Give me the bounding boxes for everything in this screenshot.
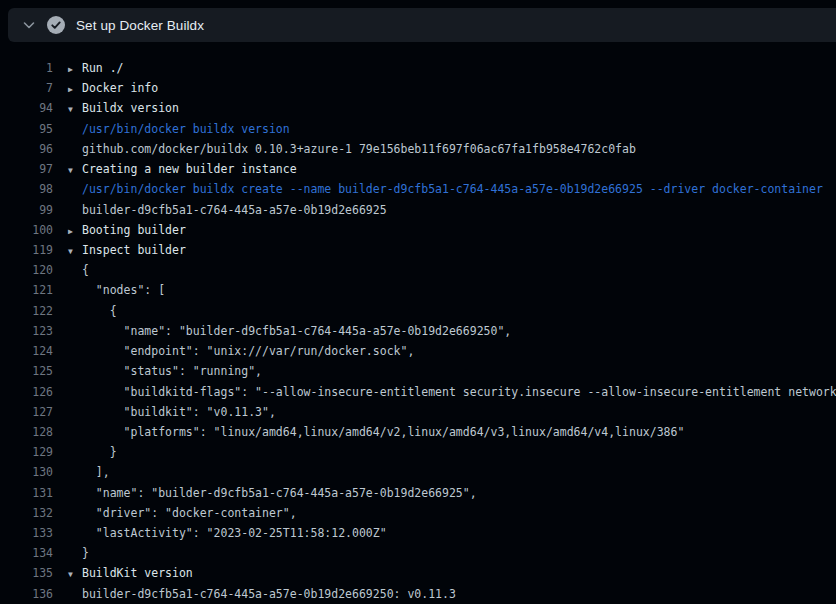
log-line: 127 "buildkit": "v0.11.3",	[0, 402, 836, 422]
log-text: builder-d9cfb5a1-c764-445a-a57e-0b19d2e6…	[82, 584, 456, 604]
log-text: "platforms": "linux/amd64,linux/amd64/v2…	[82, 422, 684, 442]
step-title: Set up Docker Buildx	[76, 18, 204, 33]
group-toggle-icon[interactable]: ▼	[53, 565, 82, 585]
log-line-group[interactable]: 7 ▶ Docker info	[0, 78, 836, 98]
line-number[interactable]: 133	[0, 523, 53, 543]
log-text: {	[82, 301, 117, 321]
line-number[interactable]: 130	[0, 462, 53, 482]
line-number[interactable]: 123	[0, 321, 53, 341]
line-number[interactable]: 127	[0, 402, 53, 422]
log-line: 122 {	[0, 301, 836, 321]
log-text: "buildkitd-flags": "--allow-insecure-ent…	[82, 382, 836, 402]
log-text: Creating a new builder instance	[82, 159, 297, 179]
log-text: "endpoint": "unix:///var/run/docker.sock…	[82, 341, 414, 361]
line-number[interactable]: 122	[0, 301, 53, 321]
line-number[interactable]: 97	[0, 159, 53, 179]
step-header[interactable]: Set up Docker Buildx	[8, 8, 836, 42]
line-number[interactable]: 121	[0, 280, 53, 300]
log-line: 129 }	[0, 442, 836, 462]
log-text: "lastActivity": "2023-02-25T11:58:12.000…	[82, 523, 387, 543]
log-text: "nodes": [	[82, 280, 165, 300]
log-line: 95 /usr/bin/docker buildx version	[0, 119, 836, 139]
log-text: github.com/docker/buildx 0.10.3+azure-1 …	[82, 139, 636, 159]
line-number[interactable]: 100	[0, 220, 53, 240]
log-text: {	[82, 260, 89, 280]
log-line: 131 "name": "builder-d9cfb5a1-c764-445a-…	[0, 483, 836, 503]
log-area: 1 ▶ Run ./ 7 ▶ Docker info 94 ▼ Buildx v…	[0, 42, 836, 604]
group-toggle-icon[interactable]: ▶	[53, 80, 82, 100]
log-text: ],	[82, 462, 110, 482]
log-line: 132 "driver": "docker-container",	[0, 503, 836, 523]
log-line-group[interactable]: 1 ▶ Run ./	[0, 58, 836, 78]
line-number[interactable]: 96	[0, 139, 53, 159]
log-text: "name": "builder-d9cfb5a1-c764-445a-a57e…	[82, 483, 477, 503]
log-text: "status": "running",	[82, 361, 262, 381]
log-line-group[interactable]: 135 ▼ BuildKit version	[0, 563, 836, 583]
log-line: 124 "endpoint": "unix:///var/run/docker.…	[0, 341, 836, 361]
log-line: 128 "platforms": "linux/amd64,linux/amd6…	[0, 422, 836, 442]
line-number[interactable]: 98	[0, 179, 53, 199]
group-toggle-icon[interactable]: ▶	[53, 60, 82, 80]
line-number[interactable]: 119	[0, 240, 53, 260]
log-line: 121 "nodes": [	[0, 280, 836, 300]
group-toggle-icon[interactable]: ▼	[53, 161, 82, 181]
line-number[interactable]: 136	[0, 584, 53, 604]
line-number[interactable]: 132	[0, 503, 53, 523]
line-number[interactable]: 1	[0, 58, 53, 78]
check-circle-icon	[47, 16, 65, 34]
log-text: "buildkit": "v0.11.3",	[82, 402, 276, 422]
line-number[interactable]: 131	[0, 483, 53, 503]
log-text: "name": "builder-d9cfb5a1-c764-445a-a57e…	[82, 321, 511, 341]
group-toggle-icon[interactable]: ▶	[53, 222, 82, 242]
log-line-group[interactable]: 97 ▼ Creating a new builder instance	[0, 159, 836, 179]
log-text: }	[82, 442, 117, 462]
log-text: /usr/bin/docker buildx create --name bui…	[82, 179, 823, 199]
log-text: Inspect builder	[82, 240, 186, 260]
group-toggle-icon[interactable]: ▼	[53, 242, 82, 262]
line-number[interactable]: 128	[0, 422, 53, 442]
line-number[interactable]: 135	[0, 563, 53, 583]
log-text: Docker info	[82, 78, 158, 98]
group-toggle-icon[interactable]: ▼	[53, 100, 82, 120]
log-text: BuildKit version	[82, 563, 193, 583]
log-line: 120 {	[0, 260, 836, 280]
log-text: Buildx version	[82, 98, 179, 118]
log-line: 125 "status": "running",	[0, 361, 836, 381]
log-text: Run ./	[82, 58, 124, 78]
line-number[interactable]: 126	[0, 382, 53, 402]
log-line: 130 ],	[0, 462, 836, 482]
log-text: }	[82, 543, 89, 563]
log-text: /usr/bin/docker buildx version	[82, 119, 290, 139]
line-number[interactable]: 124	[0, 341, 53, 361]
actions-log-page: { "header": { "title": "Set up Docker Bu…	[0, 0, 836, 604]
line-number[interactable]: 99	[0, 200, 53, 220]
log-text: Booting builder	[82, 220, 186, 240]
log-text: builder-d9cfb5a1-c764-445a-a57e-0b19d2e6…	[82, 200, 387, 220]
log-line: 123 "name": "builder-d9cfb5a1-c764-445a-…	[0, 321, 836, 341]
line-number[interactable]: 120	[0, 260, 53, 280]
log-line-group[interactable]: 100 ▶ Booting builder	[0, 220, 836, 240]
log-line: 126 "buildkitd-flags": "--allow-insecure…	[0, 382, 836, 402]
line-number[interactable]: 125	[0, 361, 53, 381]
log-line: 133 "lastActivity": "2023-02-25T11:58:12…	[0, 523, 836, 543]
chevron-down-icon[interactable]	[21, 17, 37, 33]
log-line-group[interactable]: 94 ▼ Buildx version	[0, 98, 836, 118]
log-line: 134 }	[0, 543, 836, 563]
line-number[interactable]: 134	[0, 543, 53, 563]
line-number[interactable]: 94	[0, 98, 53, 118]
line-number[interactable]: 95	[0, 119, 53, 139]
log-line: 98 /usr/bin/docker buildx create --name …	[0, 179, 836, 199]
log-line: 99 builder-d9cfb5a1-c764-445a-a57e-0b19d…	[0, 200, 836, 220]
line-number[interactable]: 7	[0, 78, 53, 98]
log-line: 96 github.com/docker/buildx 0.10.3+azure…	[0, 139, 836, 159]
line-number[interactable]: 129	[0, 442, 53, 462]
log-line: 136 builder-d9cfb5a1-c764-445a-a57e-0b19…	[0, 584, 836, 604]
log-text: "driver": "docker-container",	[82, 503, 297, 523]
log-line-group[interactable]: 119 ▼ Inspect builder	[0, 240, 836, 260]
